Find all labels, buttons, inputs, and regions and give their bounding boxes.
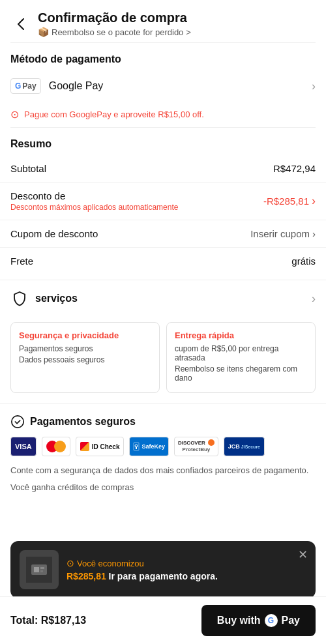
back-button[interactable] bbox=[10, 14, 31, 35]
coupon-value-text: Inserir cupom bbox=[250, 228, 310, 239]
summary-section-title: Resumo bbox=[0, 128, 326, 155]
page-title: Confirmação de compra bbox=[38, 10, 316, 25]
toast-popup: ⊙ Você economizou R$285,81 Ir para pagam… bbox=[10, 541, 316, 598]
total-label: Total: R$187,13 bbox=[10, 615, 86, 626]
service-card-0-item-0: Pagamentos seguros bbox=[19, 344, 151, 353]
discover-dot bbox=[208, 439, 215, 446]
gpay-g: G bbox=[15, 81, 21, 91]
protectbuy-logo: DISCOVER bbox=[178, 439, 215, 446]
discover-text: DISCOVER bbox=[178, 440, 205, 446]
toast-close-button[interactable]: ✕ bbox=[298, 548, 308, 562]
bottom-bar: Total: R$187,13 Buy with G Pay bbox=[0, 596, 326, 644]
frete-label: Frete bbox=[10, 256, 33, 267]
toast-savings-value: R$285,81 bbox=[67, 571, 106, 581]
payment-section-title: Método de pagamento bbox=[0, 43, 326, 70]
discount-label-col: Desconto de Descontos máximos aplicados … bbox=[10, 190, 178, 212]
gpay-badge: G Pay bbox=[10, 78, 41, 94]
subtotal-value: R$472,94 bbox=[273, 163, 316, 174]
services-label: serviços bbox=[35, 293, 312, 304]
promo-text: Pague com GooglePay e aproveite R$15,00 … bbox=[24, 110, 204, 119]
you-get-text: Você ganha créditos de compras bbox=[10, 482, 316, 492]
secure-icon bbox=[10, 415, 25, 429]
idcheck-logo bbox=[80, 442, 89, 451]
header-subtitle[interactable]: 📦 Reembolso se o pacote for perdido > bbox=[38, 27, 316, 37]
services-row[interactable]: serviços › bbox=[0, 280, 326, 317]
subtitle-arrow: > bbox=[186, 27, 191, 37]
subtitle-text: Reembolso se o pacote for perdido bbox=[52, 27, 183, 37]
frete-row: Frete grátis bbox=[0, 248, 326, 274]
buy-label: Buy with bbox=[217, 615, 261, 626]
service-card-1-title: Entrega rápida bbox=[175, 330, 307, 340]
subtotal-label: Subtotal bbox=[10, 163, 46, 174]
payment-icons-row: VISA ID Check SafeKey DISCOVER bbox=[10, 437, 316, 456]
secure-payments-label: Pagamentos seguros bbox=[30, 416, 136, 428]
jcb-icon: JCB J/Secure bbox=[224, 437, 265, 456]
mc-orange-circle bbox=[54, 441, 66, 452]
discount-label: Desconto de bbox=[10, 190, 65, 201]
total-value: R$187,13 bbox=[41, 615, 86, 626]
svg-rect-8 bbox=[40, 570, 43, 572]
total-text: Total: bbox=[10, 615, 38, 626]
discount-row: Desconto de Descontos máximos aplicados … bbox=[0, 183, 326, 220]
chevron-right-icon: › bbox=[312, 80, 316, 93]
gpay-pay: Pay bbox=[22, 81, 36, 91]
toast-savings: R$285,81 Ir para pagamento agora. bbox=[67, 571, 306, 581]
frete-value: grátis bbox=[291, 256, 316, 267]
protectbuy-icon: DISCOVER ProtectBuy bbox=[174, 437, 218, 456]
coupon-chevron-icon: › bbox=[312, 228, 316, 239]
svg-point-0 bbox=[12, 416, 23, 428]
total-section: Total: R$187,13 bbox=[10, 615, 86, 626]
coupon-label: Cupom de desconto bbox=[10, 228, 98, 239]
jcb-secure-text: J/Secure bbox=[241, 445, 260, 449]
discount-sublabel[interactable]: Descontos máximos aplicados automaticame… bbox=[10, 203, 178, 212]
toast-cta-text: Ir para pagamento agora. bbox=[109, 571, 218, 581]
svg-rect-3 bbox=[136, 446, 137, 449]
summary-section: Resumo Subtotal R$472,94 Desconto de Des… bbox=[0, 128, 326, 280]
service-card-1-item-0: cupom de R$5,00 por entrega atrasada bbox=[175, 344, 307, 362]
toast-content: ⊙ Você economizou R$285,81 Ir para pagam… bbox=[67, 558, 306, 581]
coupon-value[interactable]: Inserir cupom › bbox=[250, 228, 316, 239]
header-title-area: Confirmação de compra 📦 Reembolso se o p… bbox=[38, 10, 316, 37]
package-icon: 📦 bbox=[38, 27, 49, 37]
service-card-0-item-1: Dados pessoais seguros bbox=[19, 355, 151, 364]
svg-rect-7 bbox=[40, 567, 44, 569]
buy-button[interactable]: Buy with G Pay bbox=[201, 605, 316, 636]
discount-value: -R$285,81 bbox=[263, 196, 309, 207]
pay-label: Pay bbox=[282, 615, 300, 626]
safekey-logo bbox=[133, 442, 140, 451]
toast-title: ⊙ Você economizou bbox=[67, 558, 306, 568]
shield-icon bbox=[10, 289, 29, 308]
svg-rect-6 bbox=[34, 567, 39, 572]
discount-chevron-icon: › bbox=[312, 194, 316, 208]
idcheck-text: ID Check bbox=[92, 443, 120, 450]
service-card-0: Segurança e privacidade Pagamentos segur… bbox=[10, 322, 160, 393]
visa-icon: VISA bbox=[10, 437, 37, 456]
payment-method-row[interactable]: G Pay Google Pay › bbox=[0, 70, 326, 102]
subtotal-row: Subtotal R$472,94 bbox=[0, 155, 326, 183]
secure-payments-title: Pagamentos seguros bbox=[10, 415, 316, 429]
visa-text: VISA bbox=[15, 443, 32, 450]
header: Confirmação de compra 📦 Reembolso se o p… bbox=[0, 0, 326, 42]
product-placeholder-icon bbox=[26, 557, 52, 583]
gpay-logo: G bbox=[265, 614, 278, 627]
payment-method-label: Google Pay bbox=[49, 80, 312, 92]
service-cards-container: Segurança e privacidade Pagamentos segur… bbox=[0, 317, 326, 403]
promo-icon: ⊙ bbox=[10, 108, 19, 121]
secure-description: Conte com a segurança de dados dos mais … bbox=[10, 464, 316, 477]
discount-value-row: -R$285,81 › bbox=[263, 194, 316, 208]
protectbuy-text: ProtectBuy bbox=[183, 446, 211, 452]
mastercard-icon bbox=[42, 437, 70, 456]
safekey-icon: SafeKey bbox=[129, 437, 169, 456]
service-card-1-item-1: Reembolso se itens chegarem com dano bbox=[175, 364, 307, 383]
toast-product-image bbox=[20, 550, 59, 589]
toast-warning-icon: ⊙ bbox=[67, 558, 74, 568]
jcb-text: JCB bbox=[228, 443, 240, 450]
service-card-1: Entrega rápida cupom de R$5,00 por entre… bbox=[166, 322, 316, 393]
service-card-0-title: Segurança e privacidade bbox=[19, 330, 151, 340]
services-chevron-icon: › bbox=[312, 292, 316, 306]
coupon-row[interactable]: Cupom de desconto Inserir cupom › bbox=[0, 220, 326, 248]
mastercard-circles bbox=[46, 441, 66, 452]
secure-payments-section: Pagamentos seguros VISA ID Check SafeKey bbox=[0, 403, 326, 482]
idcheck-icon: ID Check bbox=[76, 437, 125, 456]
toast-title-text: Você economizou bbox=[77, 559, 144, 568]
